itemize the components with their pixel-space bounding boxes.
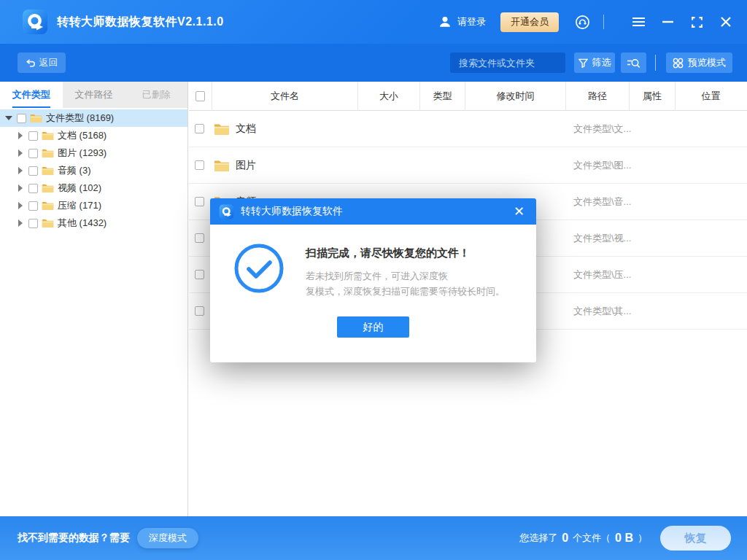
checkbox[interactable] (28, 184, 38, 193)
file-path: 文件类型\视... (573, 232, 631, 245)
deep-mode-button[interactable]: 深度模式 (137, 528, 198, 548)
app-logo-icon (219, 204, 234, 219)
titlebar-divider (603, 15, 604, 29)
preview-mode-button[interactable]: 预览模式 (666, 52, 732, 73)
login-link[interactable]: 请登录 (457, 15, 486, 28)
file-type-tree: 文件类型 (8169) 文档 (5168) 图片 (1293) 音频 (3) (0, 108, 187, 232)
close-icon[interactable]: ✕ (511, 203, 527, 219)
file-path: 文件类型\音... (573, 195, 631, 209)
tree-item-images[interactable]: 图片 (1293) (0, 144, 187, 162)
file-path: 文件类型\其... (573, 305, 631, 318)
table-row[interactable]: 图片 文件类型\图... (189, 147, 747, 184)
titlebar: 转转大师数据恢复软件V2.1.1.0 请登录 开通会员 (0, 0, 747, 44)
header-type[interactable]: 类型 (419, 82, 465, 110)
checkbox[interactable] (28, 166, 38, 176)
tree-item-label: 音频 (3) (58, 164, 91, 177)
tree-item-audio[interactable]: 音频 (3) (0, 162, 187, 179)
app-window: 转转大师数据恢复软件V2.1.1.0 请登录 开通会员 (0, 0, 747, 560)
checkbox[interactable] (28, 131, 38, 141)
expander-right-icon[interactable] (15, 202, 26, 209)
minimize-icon[interactable] (658, 12, 677, 31)
file-name: 文档 (236, 122, 256, 136)
ok-button[interactable]: 好的 (337, 316, 409, 338)
dialog-title: 转转大师数据恢复软件 (241, 205, 511, 218)
folder-icon (42, 148, 54, 158)
tree-item-root[interactable]: 文件类型 (8169) (0, 109, 187, 127)
deep-mode-hint: 找不到需要的数据？需要 (18, 532, 130, 545)
row-checkbox[interactable] (195, 270, 204, 279)
toolbar-divider (655, 55, 656, 71)
table-row[interactable]: 文档 文件类型\文... (189, 111, 747, 147)
select-all-cell (189, 82, 212, 110)
list-search-icon (627, 58, 640, 69)
checkbox[interactable] (28, 149, 38, 158)
titlebar-controls: 请登录 开通会员 (438, 0, 747, 44)
folder-icon (42, 201, 54, 211)
selection-suffix: ） (638, 532, 647, 545)
filter-button[interactable]: 筛选 (574, 52, 615, 73)
search-input[interactable] (450, 52, 590, 73)
user-icon[interactable] (438, 15, 452, 28)
row-checkbox[interactable] (195, 197, 204, 206)
tab-file-type[interactable]: 文件类型 (0, 82, 63, 108)
filter-label: 筛选 (592, 56, 611, 69)
dialog-detail-line2: 复模式，深度恢复扫描可能需要等待较长时间。 (306, 284, 505, 299)
tree-item-other[interactable]: 其他 (1432) (0, 214, 187, 232)
row-checkbox[interactable] (195, 233, 204, 243)
toolbar: 返回 筛选 预览 (0, 44, 747, 82)
dialog-message: 扫描完成，请尽快恢复您的文件！ (306, 246, 470, 260)
expander-down-icon[interactable] (3, 116, 15, 120)
selection-size: 0 B (615, 532, 633, 545)
header-location[interactable]: 位置 (675, 82, 746, 110)
tree-item-archive[interactable]: 压缩 (171) (0, 197, 187, 214)
close-icon[interactable] (716, 12, 735, 31)
checkbox[interactable] (28, 219, 38, 228)
expander-right-icon[interactable] (15, 167, 26, 174)
checkbox[interactable] (28, 201, 38, 211)
expander-right-icon[interactable] (15, 184, 26, 192)
header-path[interactable]: 路径 (565, 82, 629, 110)
scan-complete-dialog: 转转大师数据恢复软件 ✕ 扫描完成，请尽快恢复您的文件！ 若未找到所需文件，可进… (210, 198, 536, 362)
maximize-icon[interactable] (687, 12, 706, 31)
vip-button[interactable]: 开通会员 (500, 12, 559, 32)
folder-icon (42, 131, 54, 141)
expander-right-icon[interactable] (15, 132, 26, 139)
row-checkbox[interactable] (195, 124, 204, 133)
select-all-checkbox[interactable] (196, 91, 205, 101)
folder-icon (42, 166, 54, 176)
service-icon[interactable] (575, 15, 590, 30)
row-checkbox[interactable] (195, 306, 204, 316)
header-filename[interactable]: 文件名 (212, 82, 357, 110)
folder-icon (30, 113, 42, 123)
search-box (450, 52, 565, 73)
app-logo-icon (22, 9, 48, 35)
dialog-titlebar: 转转大师数据恢复软件 ✕ (210, 198, 536, 225)
selection-count: 0 (562, 532, 568, 545)
advanced-search-button[interactable] (621, 52, 646, 73)
recover-button[interactable]: 恢复 (660, 526, 731, 551)
preview-label: 预览模式 (688, 56, 726, 69)
folder-icon (214, 159, 230, 172)
tab-deleted[interactable]: 已删除 (125, 82, 187, 108)
tree-item-video[interactable]: 视频 (102) (0, 179, 187, 197)
tree-item-docs[interactable]: 文档 (5168) (0, 127, 187, 144)
file-name: 图片 (236, 159, 256, 172)
tree-item-label: 视频 (102) (58, 182, 101, 195)
tab-file-path[interactable]: 文件路径 (63, 82, 125, 108)
expander-right-icon[interactable] (15, 149, 26, 157)
header-attributes[interactable]: 属性 (629, 82, 675, 110)
back-button[interactable]: 返回 (18, 52, 66, 73)
dialog-detail-line1: 若未找到所需文件，可进入深度恢 (306, 268, 505, 284)
tree-item-label: 文件类型 (8169) (46, 112, 114, 125)
selection-summary: 您选择了 0 个文件（ 0 B ） (519, 532, 647, 545)
row-checkbox[interactable] (195, 160, 204, 170)
tree-item-label: 其他 (1432) (58, 217, 107, 230)
app-title: 转转大师数据恢复软件V2.1.1.0 (57, 0, 224, 44)
header-size[interactable]: 大小 (357, 82, 419, 110)
checkbox[interactable] (17, 114, 26, 123)
expander-right-icon[interactable] (15, 219, 26, 227)
tree-item-label: 压缩 (171) (58, 199, 101, 212)
menu-icon[interactable] (629, 12, 648, 31)
header-modified[interactable]: 修改时间 (465, 82, 565, 110)
selection-prefix: 您选择了 (519, 532, 557, 545)
